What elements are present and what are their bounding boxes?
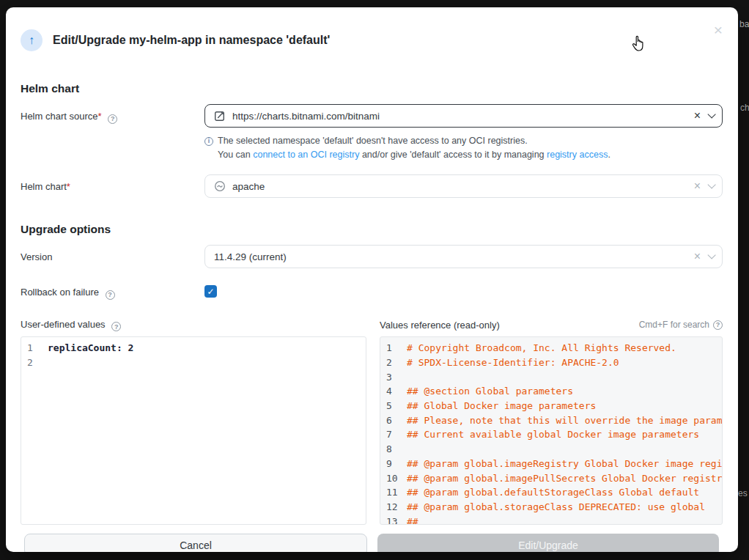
code-line: 13 ## (380, 514, 722, 525)
values-editors: 1 replicaCount: 2 2 1 # Copyright Broadc… (21, 336, 723, 525)
info-icon: i (204, 137, 213, 146)
version-value: 11.4.29 (current) (214, 251, 687, 262)
line-code: # SPDX-License-Identifier: APACHE-2.0 (407, 357, 722, 368)
line-code: ## Global Docker image parameters (407, 400, 722, 411)
help-icon[interactable]: ? (111, 322, 121, 331)
modal-footer: Cancel Edit/Upgrade (21, 534, 723, 552)
code-line: 12 ## @param global.storageClass DEPRECA… (380, 500, 722, 515)
required-mark: * (67, 181, 70, 192)
clear-icon[interactable]: × (694, 251, 701, 262)
info-text-line2: You can connect to an OCI registry and/o… (204, 148, 723, 162)
edit-upgrade-modal: ↑ Edit/Upgrade my-helm-app in namespace … (6, 7, 738, 552)
code-line: 10 ## @param global.imagePullSecrets Glo… (380, 471, 722, 485)
version-select[interactable]: 11.4.29 (current) × (204, 245, 723, 268)
required-mark: * (97, 111, 101, 122)
upgrade-arrow-icon: ↑ (21, 29, 43, 51)
helm-chart-select[interactable]: apache × (204, 174, 723, 198)
help-icon[interactable]: ? (713, 320, 723, 330)
cancel-button[interactable]: Cancel (24, 534, 367, 552)
rollback-row: Rollback on failure ? ✓ (21, 280, 723, 300)
registry-access-link[interactable]: registry access (547, 150, 608, 160)
connect-oci-registry-link[interactable]: connect to an OCI registry (253, 150, 359, 160)
clear-icon[interactable]: × (694, 180, 701, 192)
line-number: 7 (380, 429, 407, 440)
rollback-checkbox[interactable]: ✓ (204, 285, 217, 298)
line-number: 6 (380, 415, 407, 426)
line-number: 10 (380, 473, 407, 484)
info-text: You can (218, 150, 253, 160)
info-text: and/or give 'default' access to it by ma… (359, 150, 547, 160)
version-row: Version 11.4.29 (current) × (21, 245, 723, 268)
code-line: 3 (380, 369, 722, 384)
helm-chart-source-value: https://charts.bitnami.com/bitnami (232, 111, 687, 122)
line-number: 5 (380, 400, 407, 411)
line-code: ## (407, 516, 722, 525)
code-line: 7 ## Current available global Docker ima… (380, 427, 722, 442)
code-line: 4 ## @section Global parameters (380, 384, 722, 399)
line-number: 2 (21, 357, 48, 368)
clear-icon[interactable]: × (694, 110, 701, 122)
label-text: Helm chart source (21, 111, 97, 122)
line-code: ## @param global.storageClass DEPRECATED… (407, 501, 722, 512)
modal-title: Edit/Upgrade my-helm-app in namespace 'd… (53, 34, 330, 47)
user-values-label: User-defined values ? (21, 319, 366, 332)
line-code: ## @param global.imageRegistry Global Do… (407, 458, 722, 469)
oci-info-block: i The selected namespace 'default' doesn… (204, 134, 723, 162)
line-number: 3 (380, 372, 407, 383)
helm-chart-source-select[interactable]: https://charts.bitnami.com/bitnami × (204, 104, 723, 128)
cursor-pointer (630, 34, 648, 54)
line-number: 1 (380, 342, 407, 353)
rollback-label: Rollback on failure ? (21, 280, 204, 300)
line-number: 11 (380, 487, 407, 498)
chevron-down-icon[interactable] (707, 180, 715, 188)
helm-chart-heading: Helm chart (21, 82, 723, 95)
values-reference-editor[interactable]: 1 # Copyright Broadcom, Inc. All Rights … (380, 336, 723, 525)
modal-header: ↑ Edit/Upgrade my-helm-app in namespace … (21, 7, 723, 51)
code-line: 1 replicaCount: 2 (21, 341, 366, 355)
line-code: ## @param global.defaultStorageClass Glo… (407, 487, 722, 498)
search-hint: Cmd+F for search (639, 320, 709, 330)
info-text: . (608, 150, 610, 160)
helm-chart-value: apache (232, 181, 687, 192)
background-text-fragment: ch (740, 103, 749, 113)
values-reference-label: Values reference (read-only) (380, 320, 500, 331)
code-line: 1 # Copyright Broadcom, Inc. All Rights … (380, 341, 722, 355)
line-number: 12 (380, 501, 407, 512)
code-line: 2 (21, 355, 366, 370)
line-code: # Copyright Broadcom, Inc. All Rights Re… (407, 342, 722, 353)
label-text: Rollback on failure (21, 287, 99, 298)
line-number: 8 (380, 443, 407, 454)
line-number: 2 (380, 357, 407, 368)
user-values-editor[interactable]: 1 replicaCount: 2 2 (21, 336, 366, 525)
label-text: Helm chart (21, 181, 67, 192)
chevron-down-icon[interactable] (707, 110, 715, 118)
line-number: 1 (21, 342, 48, 353)
code-line: 8 (380, 442, 722, 457)
line-code: ## Please, note that this will override … (407, 415, 722, 426)
line-code: ## @param global.imagePullSecrets Global… (407, 473, 722, 484)
edit-icon (214, 110, 226, 122)
helm-chart-label: Helm chart* (21, 174, 204, 192)
helm-chart-row: Helm chart* apache × (21, 174, 723, 198)
line-code: ## @section Global parameters (407, 386, 722, 397)
editor-headers: User-defined values ? Values reference (… (21, 319, 723, 332)
helm-chart-source-row: Helm chart source* ? https://charts.bitn… (21, 104, 723, 162)
edit-upgrade-button[interactable]: Edit/Upgrade (377, 534, 719, 552)
chart-icon (214, 180, 226, 192)
close-icon[interactable]: × (714, 22, 723, 37)
helm-chart-source-label: Helm chart source* ? (21, 104, 204, 124)
code-line: 5 ## Global Docker image parameters (380, 399, 722, 413)
background-text-fragment: ba (739, 19, 749, 29)
version-label: Version (21, 245, 204, 262)
line-code: replicaCount: 2 (48, 342, 366, 353)
line-code: ## Current available global Docker image… (407, 429, 722, 440)
code-line: 9 ## @param global.imageRegistry Global … (380, 457, 722, 471)
line-number: 9 (380, 458, 407, 469)
line-number: 13 (380, 516, 407, 525)
code-line: 6 ## Please, note that this will overrid… (380, 413, 722, 427)
upgrade-options-heading: Upgrade options (21, 223, 723, 236)
label-text: User-defined values (21, 319, 106, 330)
chevron-down-icon[interactable] (707, 251, 715, 259)
help-icon[interactable]: ? (106, 290, 115, 300)
help-icon[interactable]: ? (108, 114, 117, 124)
